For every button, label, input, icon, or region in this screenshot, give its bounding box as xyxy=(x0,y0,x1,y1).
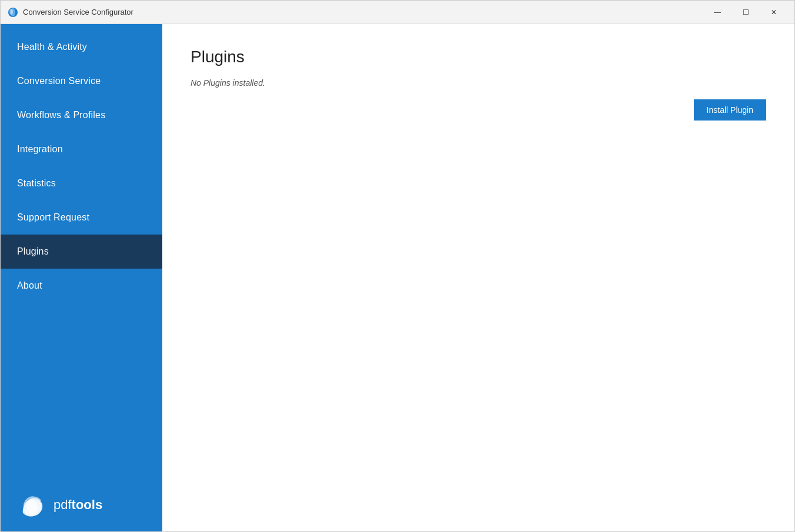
app-icon xyxy=(8,7,18,18)
sidebar-item-integration[interactable]: Integration xyxy=(1,132,162,166)
sidebar-logo: pdftools xyxy=(1,479,162,531)
app-window: Conversion Service Configurator — ☐ ✕ He… xyxy=(0,0,795,532)
window-controls: — ☐ ✕ xyxy=(704,4,787,21)
sidebar-item-plugins[interactable]: Plugins xyxy=(1,235,162,269)
empty-message: No Plugins installed. xyxy=(191,78,766,88)
maximize-button[interactable]: ☐ xyxy=(732,4,759,21)
page-title: Plugins xyxy=(191,48,766,66)
install-plugin-button[interactable]: Install Plugin xyxy=(694,99,766,121)
minimize-button[interactable]: — xyxy=(704,4,731,21)
sidebar-item-about[interactable]: About xyxy=(1,269,162,303)
content-area: Plugins No Plugins installed. Install Pl… xyxy=(162,24,794,531)
title-bar: Conversion Service Configurator — ☐ ✕ xyxy=(1,1,794,24)
pdftools-logo-icon xyxy=(17,490,46,520)
sidebar-item-support-request[interactable]: Support Request xyxy=(1,200,162,235)
pdftools-logo-text: pdftools xyxy=(54,497,102,513)
sidebar-item-workflows-profiles[interactable]: Workflows & Profiles xyxy=(1,98,162,132)
content-body: Install Plugin xyxy=(191,99,766,508)
window-title: Conversion Service Configurator xyxy=(23,8,704,16)
sidebar-nav: Health & ActivityConversion ServiceWorkf… xyxy=(1,24,162,479)
svg-point-2 xyxy=(9,9,13,15)
sidebar: Health & ActivityConversion ServiceWorkf… xyxy=(1,24,162,531)
main-area: Health & ActivityConversion ServiceWorkf… xyxy=(1,24,794,531)
close-button[interactable]: ✕ xyxy=(760,4,787,21)
sidebar-item-statistics[interactable]: Statistics xyxy=(1,166,162,200)
sidebar-item-health-activity[interactable]: Health & Activity xyxy=(1,30,162,64)
sidebar-item-conversion-service[interactable]: Conversion Service xyxy=(1,64,162,98)
